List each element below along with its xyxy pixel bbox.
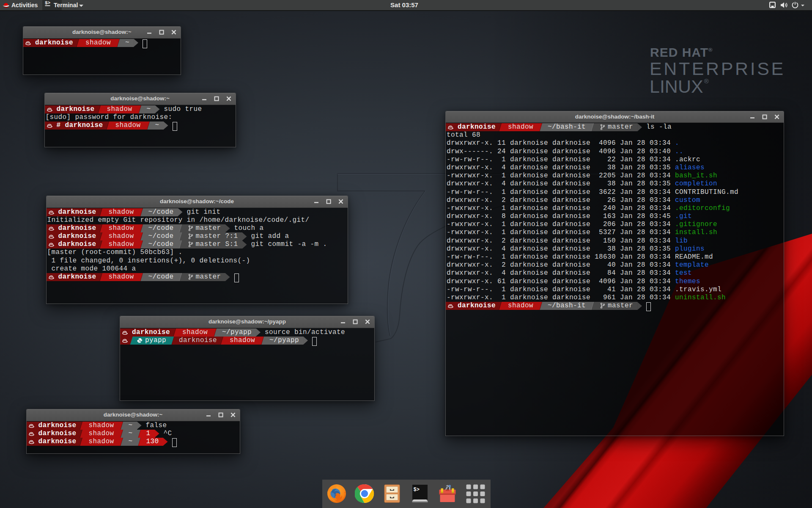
- svg-text:LINUX®: LINUX®: [650, 76, 709, 97]
- svg-text:RED HAT®: RED HAT®: [650, 45, 713, 59]
- svg-text:$>: $>: [45, 0, 51, 6]
- svg-text:$>: $>: [414, 487, 420, 493]
- svg-text:ENTERPRISE: ENTERPRISE: [650, 58, 785, 79]
